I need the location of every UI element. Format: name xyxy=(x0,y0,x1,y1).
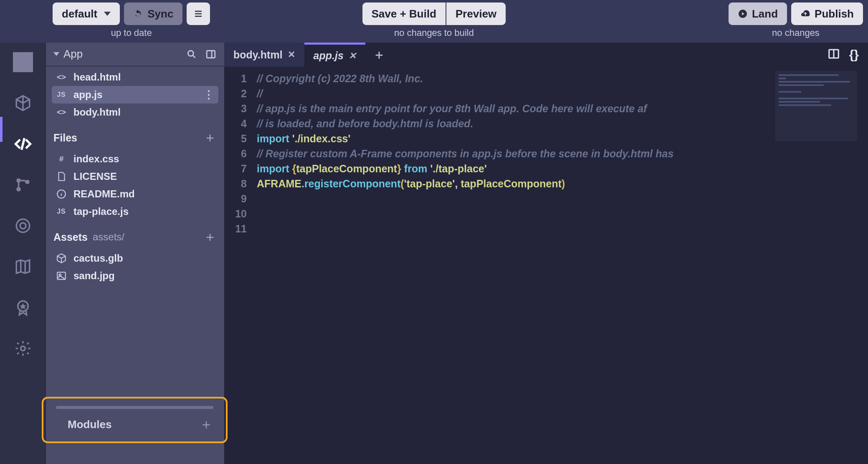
search-button[interactable] xyxy=(184,47,199,62)
file-item[interactable]: #index.css xyxy=(52,150,218,168)
svg-point-4 xyxy=(16,219,30,232)
land-icon xyxy=(738,9,748,19)
file-item[interactable]: cactus.glb xyxy=(52,250,218,267)
new-tab-button[interactable]: ＋ xyxy=(365,43,393,67)
file-item[interactable]: JSapp.js⋮ xyxy=(52,86,218,103)
preview-button[interactable]: Preview xyxy=(446,3,506,25)
files-section-header: Files ＋ xyxy=(46,123,224,149)
svg-point-8 xyxy=(188,50,193,56)
file-item[interactable]: LICENSE xyxy=(52,168,218,185)
code-editor: body.html✕app.js✕ ＋ {} 1234567891011 // … xyxy=(224,43,868,464)
publish-button[interactable]: Publish xyxy=(791,3,863,25)
file-item[interactable]: <>head.html xyxy=(52,68,218,86)
sync-icon xyxy=(133,9,143,19)
save-build-button[interactable]: Save + Build xyxy=(362,3,445,25)
collapse-icon[interactable] xyxy=(53,52,59,56)
assets-section-header: Assets assets/ ＋ xyxy=(46,222,224,248)
nav-code[interactable] xyxy=(12,133,34,155)
branch-dropdown[interactable]: default xyxy=(53,3,120,25)
build-status: no changes to build xyxy=(394,28,474,38)
cloud-upload-icon xyxy=(800,9,810,19)
sidebar-app-title: App xyxy=(63,48,180,61)
svg-point-7 xyxy=(20,346,25,351)
svg-rect-9 xyxy=(207,50,215,58)
nav-scene[interactable] xyxy=(12,92,34,114)
editor-tab[interactable]: app.js✕ xyxy=(304,43,365,67)
file-explorer: App <>head.htmlJSapp.js⋮<>body.html File… xyxy=(46,43,224,464)
add-file-button[interactable]: ＋ xyxy=(203,129,217,147)
panel-toggle-button[interactable] xyxy=(203,47,218,62)
svg-point-2 xyxy=(17,187,20,191)
file-item[interactable]: JStap-place.js xyxy=(52,203,218,220)
editor-tabs: body.html✕app.js✕ ＋ {} xyxy=(224,43,868,67)
file-item[interactable]: sand.jpg xyxy=(52,267,218,285)
minimap[interactable] xyxy=(775,71,857,141)
nav-git[interactable] xyxy=(12,174,34,196)
nav-target[interactable] xyxy=(12,214,34,237)
menu-button[interactable] xyxy=(187,3,210,25)
land-button[interactable]: Land xyxy=(729,3,787,25)
nav-settings[interactable] xyxy=(12,337,34,360)
activity-rail xyxy=(0,43,46,464)
hamburger-icon xyxy=(193,9,203,19)
sync-status: up to date xyxy=(111,28,152,38)
sync-button[interactable]: Sync xyxy=(124,3,182,25)
modules-label: Modules xyxy=(68,418,111,431)
add-asset-button[interactable]: ＋ xyxy=(203,228,217,246)
close-tab-icon[interactable]: ✕ xyxy=(288,49,295,60)
chevron-down-icon xyxy=(104,12,111,16)
publish-status: no changes xyxy=(772,28,820,38)
modules-panel[interactable]: Modules ＋ xyxy=(42,397,228,443)
logo-icon[interactable] xyxy=(12,51,34,73)
nav-badge[interactable] xyxy=(12,296,34,319)
file-item[interactable]: <>body.html xyxy=(52,103,218,121)
split-view-button[interactable] xyxy=(828,48,840,62)
top-toolbar: default Sync up to date Save + Build Pre… xyxy=(0,0,868,43)
nav-map[interactable] xyxy=(12,255,34,278)
svg-point-5 xyxy=(20,223,26,229)
add-module-button[interactable]: ＋ xyxy=(199,415,213,434)
code-area[interactable]: 1234567891011 // Copyright (c) 2022 8th … xyxy=(224,67,868,464)
braces-button[interactable]: {} xyxy=(849,48,859,62)
close-tab-icon[interactable]: ✕ xyxy=(349,50,356,61)
file-more-icon[interactable]: ⋮ xyxy=(203,88,214,101)
file-item[interactable]: README.md xyxy=(52,185,218,203)
svg-point-1 xyxy=(17,179,20,182)
editor-tab[interactable]: body.html✕ xyxy=(224,43,304,67)
